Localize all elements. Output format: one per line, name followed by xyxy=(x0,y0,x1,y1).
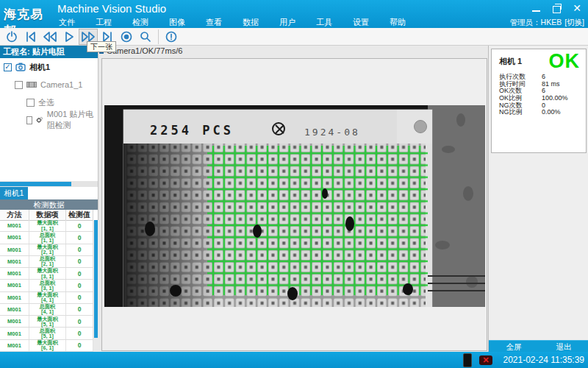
switch-user-link[interactable]: [切换] xyxy=(564,18,584,28)
cell-item: 最大面积[3, 1] xyxy=(29,268,66,279)
tree-horizontal-scrollbar[interactable] xyxy=(0,181,98,187)
record-button[interactable] xyxy=(117,29,136,45)
menu-item[interactable]: 查看 xyxy=(204,17,223,28)
table-row[interactable]: M001最大面积[4, 1]0 xyxy=(0,292,93,304)
detection-overlay-grid xyxy=(207,146,428,295)
cell-value: 0 xyxy=(66,220,93,231)
menu-item[interactable]: 设置 xyxy=(351,17,370,28)
close-button[interactable]: ✕ xyxy=(572,3,582,13)
cell-value: 0 xyxy=(66,244,93,255)
status-bar: ✕ 2021-02-24 11:35:39 xyxy=(0,352,588,368)
image-viewer[interactable]: 2254 PCS 1924-08 xyxy=(101,58,487,351)
menu-item[interactable]: 帮助 xyxy=(388,17,407,28)
cell-method: M001 xyxy=(0,316,29,327)
cell-value: 0 xyxy=(66,292,93,303)
next-image-tooltip: 下一张 xyxy=(87,41,116,52)
stat-row: NG比例0.00% xyxy=(499,109,581,116)
stats-panel: 相机 1 OK 执行次数6执行时间81 msOK次数6OK比例100.00%NG… xyxy=(488,46,588,352)
menu-item[interactable]: 工具 xyxy=(315,17,334,28)
table-row[interactable]: M001最大面积[1, 1]0 xyxy=(0,220,93,232)
stat-label: NG比例 xyxy=(499,109,542,116)
menu-item[interactable]: 数据 xyxy=(241,17,260,28)
item-index: [3, 1] xyxy=(41,286,54,291)
cell-method: M001 xyxy=(0,292,29,303)
project-name-header: 工程名: 贴片电阻 xyxy=(0,46,98,58)
fullscreen-button[interactable]: 全屏 xyxy=(489,340,539,352)
menu-item[interactable]: 文件 xyxy=(57,17,76,28)
cell-item: 最大面积[6, 1] xyxy=(29,340,66,351)
item-index: [5, 1] xyxy=(41,333,54,339)
tree-item-camera1-1[interactable]: Camera1_1 xyxy=(0,76,98,93)
toolbar-separator xyxy=(158,29,159,44)
zoom-button[interactable] xyxy=(136,29,155,45)
cell-item: 总面积[2, 1] xyxy=(29,256,66,267)
cell-item: 总面积[3, 1] xyxy=(29,280,66,291)
menu-item[interactable]: 检测 xyxy=(131,17,150,28)
table-row[interactable]: M001最大面积[5, 1]0 xyxy=(0,316,93,328)
table-row[interactable]: M001总面积[3, 1]0 xyxy=(0,280,93,291)
stat-value: 0.00% xyxy=(542,109,581,116)
fast-backward-icon xyxy=(42,30,58,43)
m001-checkbox[interactable] xyxy=(26,116,32,124)
camera1-checkbox[interactable]: ✓ xyxy=(4,63,12,71)
tab-camera1[interactable]: 相机1 xyxy=(0,187,28,199)
item-index: [3, 1] xyxy=(41,274,54,279)
exit-button[interactable]: 退出 xyxy=(539,340,588,352)
cell-item: 最大面积[5, 1] xyxy=(29,316,66,327)
play-icon xyxy=(62,30,76,43)
tree-item-camera1[interactable]: ✓ 相机1 xyxy=(0,58,98,76)
table-row[interactable]: M001最大面积[6, 1]0 xyxy=(0,340,93,352)
cell-value: 0 xyxy=(66,280,93,291)
cell-method: M001 xyxy=(0,232,29,243)
play-button[interactable] xyxy=(60,29,79,45)
item-index: [4, 1] xyxy=(41,297,54,302)
title-bar: 海克易邦 Machine Vision Studio ✕ 文件工程检测图像查看数… xyxy=(0,0,588,28)
skip-first-icon xyxy=(24,30,38,43)
scrollbar-thumb[interactable] xyxy=(0,182,71,186)
tree-item-m001[interactable]: M001 贴片电阻检测 xyxy=(0,111,98,129)
table-row[interactable]: M001总面积[2, 1]0 xyxy=(0,256,93,268)
tree-item-label: Camera1_1 xyxy=(40,80,82,89)
cell-value: 0 xyxy=(66,304,93,315)
table-row[interactable]: M001总面积[1, 1]0 xyxy=(0,232,93,244)
fast-backward-button[interactable] xyxy=(40,29,60,45)
scrollbar-thumb[interactable] xyxy=(94,220,98,338)
power-button[interactable] xyxy=(2,29,21,45)
table-vertical-scrollbar[interactable] xyxy=(93,220,98,352)
detect-table-body: M001最大面积[1, 1]0M001总面积[1, 1]0M001最大面积[2,… xyxy=(0,220,93,352)
stat-value: 81 ms xyxy=(542,81,581,88)
cell-value: 0 xyxy=(66,232,93,243)
gear-icon xyxy=(36,116,43,124)
cell-item: 总面积[1, 1] xyxy=(29,232,66,243)
menu-item[interactable]: 用户 xyxy=(278,17,297,28)
cell-method: M001 xyxy=(0,256,29,267)
menu-item[interactable]: 工程 xyxy=(94,17,113,28)
camera-icon xyxy=(15,63,26,71)
skip-first-button[interactable] xyxy=(21,29,40,45)
col-value: 检测值 xyxy=(66,210,93,220)
minimize-icon xyxy=(532,10,540,12)
select-all-checkbox[interactable] xyxy=(26,99,35,107)
stats-camera-label: 相机 1 xyxy=(499,56,522,67)
stats-card: 相机 1 OK 执行次数6执行时间81 msOK次数6OK比例100.00%NG… xyxy=(491,49,587,153)
cell-item: 最大面积[2, 1] xyxy=(29,244,66,255)
cell-item: 总面积[4, 1] xyxy=(29,304,66,315)
restore-button[interactable] xyxy=(551,3,562,13)
table-row[interactable]: M001总面积[4, 1]0 xyxy=(0,304,93,316)
cell-item: 总面积[5, 1] xyxy=(29,328,66,339)
item-index: [2, 1] xyxy=(41,250,54,255)
viewer-title: Camera1/OK/77ms/6 xyxy=(107,46,182,55)
table-row[interactable]: M001最大面积[2, 1]0 xyxy=(0,244,93,256)
stat-value: 100.00% xyxy=(542,95,581,102)
menu-item[interactable]: 图像 xyxy=(168,17,187,28)
minimize-button[interactable] xyxy=(531,3,541,13)
zoom-icon xyxy=(139,30,152,43)
table-row[interactable]: M001总面积[5, 1]0 xyxy=(0,328,93,339)
camera1-1-checkbox[interactable] xyxy=(15,81,23,89)
cell-value: 0 xyxy=(66,340,93,351)
cell-value: 0 xyxy=(66,328,93,339)
power-icon xyxy=(5,30,18,43)
tree-item-label: 全选 xyxy=(38,97,54,108)
alert-button[interactable] xyxy=(162,29,181,45)
table-row[interactable]: M001最大面积[3, 1]0 xyxy=(0,268,93,280)
